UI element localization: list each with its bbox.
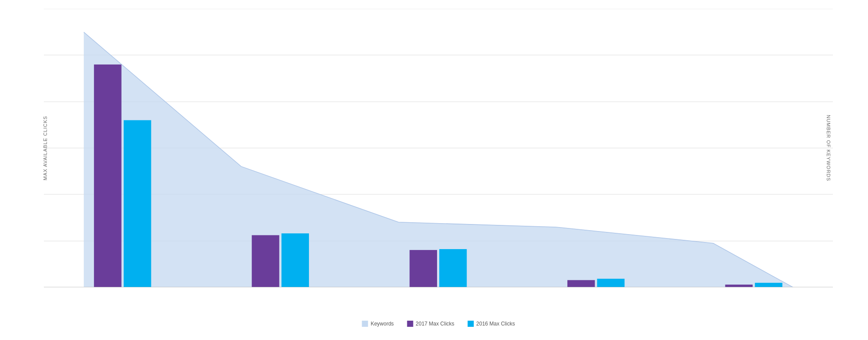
legend-label-2017: 2017 Max Clicks xyxy=(416,321,454,327)
legend-color-keywords xyxy=(362,321,368,327)
bar-bingobonus-2016 xyxy=(597,279,625,287)
chart-container: MAX AVAILABLE CLICKS NUMBER OF KEYWORDS … xyxy=(0,0,868,340)
chart-plot: 0 10000 20000 30000 40000 50000 60000 0 … xyxy=(44,9,833,287)
chart-area: MAX AVAILABLE CLICKS NUMBER OF KEYWORDS … xyxy=(44,9,833,287)
bar-mobilebingo-2016 xyxy=(755,283,782,287)
bar-mobilebingo-2017 xyxy=(725,285,753,287)
bar-nodeposit-2016 xyxy=(281,233,309,287)
bar-freebingo-2017 xyxy=(409,250,437,287)
bar-bingo-generics-2017 xyxy=(94,65,122,287)
legend-color-2017 xyxy=(407,321,413,327)
chart-svg: 0 10000 20000 30000 40000 50000 60000 0 … xyxy=(44,9,833,287)
bar-freebingo-2016 xyxy=(439,249,467,287)
legend-item-keywords: Keywords xyxy=(362,321,394,327)
keywords-area xyxy=(84,32,793,287)
chart-legend: Keywords 2017 Max Clicks 2016 Max Clicks xyxy=(362,321,515,327)
legend-label-keywords: Keywords xyxy=(371,321,394,327)
bar-bingo-generics-2016 xyxy=(124,120,151,287)
legend-color-2016 xyxy=(467,321,473,327)
bar-nodeposit-2017 xyxy=(252,235,280,287)
legend-label-2016: 2016 Max Clicks xyxy=(476,321,515,327)
legend-item-2016: 2016 Max Clicks xyxy=(467,321,515,327)
bar-bingobonus-2017 xyxy=(567,280,595,287)
legend-item-2017: 2017 Max Clicks xyxy=(407,321,454,327)
